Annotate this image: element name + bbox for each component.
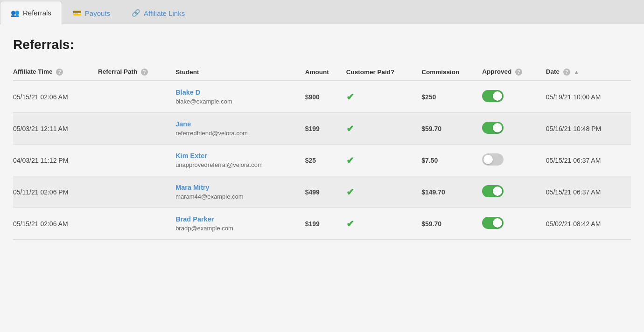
cell-date: 05/02/21 08:42 AM: [546, 208, 631, 240]
student-name[interactable]: Blake D: [175, 89, 300, 96]
approved-toggle[interactable]: [482, 122, 504, 134]
toggle-thumb: [493, 218, 502, 228]
student-email: unapprovedreferral@velora.com: [175, 161, 263, 168]
referrals-icon: 👥: [11, 9, 20, 17]
toggle-thumb: [493, 91, 502, 101]
cell-affiliate-time: 05/15/21 02:06 AM: [13, 208, 98, 240]
cell-customer-paid: ✔: [346, 113, 421, 145]
cell-affiliate-time: 05/11/21 02:06 PM: [13, 176, 98, 208]
app-container: 👥 Referrals 💳 Payouts 🔗 Affiliate Links …: [0, 0, 644, 332]
col-customer-paid: Customer Paid?: [346, 63, 421, 81]
col-affiliate-time: Affiliate Time ?: [13, 63, 98, 81]
student-name[interactable]: Mara Mitry: [175, 184, 300, 191]
col-referral-path: Referral Path ?: [98, 63, 175, 81]
cell-approved: [482, 113, 546, 145]
student-name[interactable]: Kim Exter: [175, 152, 300, 159]
checkmark-icon: ✔: [346, 92, 354, 102]
table-row: 04/03/21 11:12 PMKim Exterunapprovedrefe…: [13, 145, 631, 176]
student-email: bradp@example.com: [175, 225, 233, 232]
cell-student: Mara Mitrymaram44@example.com: [175, 176, 305, 208]
cell-date: 05/19/21 10:00 AM: [546, 81, 631, 113]
tab-bar: 👥 Referrals 💳 Payouts 🔗 Affiliate Links: [0, 0, 644, 24]
tab-affiliate-links-label: Affiliate Links: [144, 9, 185, 17]
approved-toggle[interactable]: [482, 153, 504, 166]
affiliate-time-help-icon[interactable]: ?: [56, 69, 63, 76]
student-name[interactable]: Jane: [175, 120, 300, 128]
student-email: blake@example.com: [175, 98, 232, 105]
approved-toggle[interactable]: [482, 185, 504, 197]
table-row: 05/15/21 02:06 AMBlake Dblake@example.co…: [13, 81, 631, 113]
cell-amount: $199: [305, 208, 346, 240]
cell-date: 05/16/21 10:48 PM: [546, 113, 631, 145]
cell-customer-paid: ✔: [346, 176, 421, 208]
cell-amount: $499: [305, 176, 346, 208]
cell-customer-paid: ✔: [346, 81, 421, 113]
cell-commission: $59.70: [421, 208, 482, 240]
col-approved: Approved ?: [482, 63, 546, 81]
cell-affiliate-time: 04/03/21 11:12 PM: [13, 145, 98, 176]
approved-help-icon[interactable]: ?: [515, 69, 522, 76]
toggle-track: [482, 153, 504, 166]
toggle-track: [482, 122, 504, 134]
toggle-thumb: [483, 155, 493, 164]
table-header-row: Affiliate Time ? Referral Path ? Student…: [13, 63, 631, 81]
tab-referrals[interactable]: 👥 Referrals: [0, 1, 62, 25]
col-student: Student: [175, 63, 305, 81]
cell-student: Kim Exterunapprovedreferral@velora.com: [175, 145, 305, 176]
toggle-thumb: [493, 123, 502, 132]
tab-payouts-label: Payouts: [85, 9, 110, 17]
referrals-table: Affiliate Time ? Referral Path ? Student…: [13, 63, 631, 240]
checkmark-icon: ✔: [346, 155, 354, 166]
payouts-icon: 💳: [73, 9, 82, 17]
col-commission: Commission: [421, 63, 482, 81]
date-sort-icon[interactable]: ▲: [574, 69, 579, 75]
col-amount: Amount: [305, 63, 346, 81]
cell-affiliate-time: 05/03/21 12:11 AM: [13, 113, 98, 145]
student-name[interactable]: Brad Parker: [175, 215, 300, 223]
toggle-track: [482, 217, 504, 229]
cell-approved: [482, 208, 546, 240]
checkmark-icon: ✔: [346, 187, 354, 197]
toggle-track: [482, 185, 504, 197]
cell-referral-path: [98, 145, 175, 176]
col-date: Date ? ▲: [546, 63, 631, 81]
cell-referral-path: [98, 113, 175, 145]
approved-toggle[interactable]: [482, 217, 504, 229]
main-content: Referrals: Affiliate Time ? Referral Pat…: [0, 24, 644, 332]
approved-toggle[interactable]: [482, 90, 504, 102]
cell-approved: [482, 145, 546, 176]
student-email: referredfriend@velora.com: [175, 130, 248, 137]
checkmark-icon: ✔: [346, 124, 354, 134]
affiliate-links-icon: 🔗: [132, 9, 140, 17]
tab-referrals-label: Referrals: [23, 9, 51, 17]
cell-date: 05/15/21 06:37 AM: [546, 176, 631, 208]
table-row: 05/11/21 02:06 PMMara Mitrymaram44@examp…: [13, 176, 631, 208]
cell-student: Janereferredfriend@velora.com: [175, 113, 305, 145]
cell-referral-path: [98, 81, 175, 113]
student-email: maram44@example.com: [175, 193, 243, 200]
cell-referral-path: [98, 176, 175, 208]
cell-amount: $25: [305, 145, 346, 176]
cell-referral-path: [98, 208, 175, 240]
checkmark-icon: ✔: [346, 219, 354, 229]
cell-commission: $59.70: [421, 113, 482, 145]
table-row: 05/15/21 02:06 AMBrad Parkerbradp@exampl…: [13, 208, 631, 240]
toggle-thumb: [493, 187, 502, 196]
cell-approved: [482, 81, 546, 113]
referral-path-help-icon[interactable]: ?: [141, 69, 148, 76]
cell-affiliate-time: 05/15/21 02:06 AM: [13, 81, 98, 113]
toggle-track: [482, 90, 504, 102]
cell-commission: $250: [421, 81, 482, 113]
cell-approved: [482, 176, 546, 208]
tab-affiliate-links[interactable]: 🔗 Affiliate Links: [121, 1, 196, 25]
date-help-icon[interactable]: ?: [563, 69, 570, 76]
table-row: 05/03/21 12:11 AMJanereferredfriend@velo…: [13, 113, 631, 145]
tab-payouts[interactable]: 💳 Payouts: [62, 1, 121, 25]
cell-student: Blake Dblake@example.com: [175, 81, 305, 113]
cell-customer-paid: ✔: [346, 208, 421, 240]
cell-amount: $900: [305, 81, 346, 113]
cell-commission: $7.50: [421, 145, 482, 176]
cell-student: Brad Parkerbradp@example.com: [175, 208, 305, 240]
cell-date: 05/15/21 06:37 AM: [546, 145, 631, 176]
page-title: Referrals:: [13, 37, 631, 52]
